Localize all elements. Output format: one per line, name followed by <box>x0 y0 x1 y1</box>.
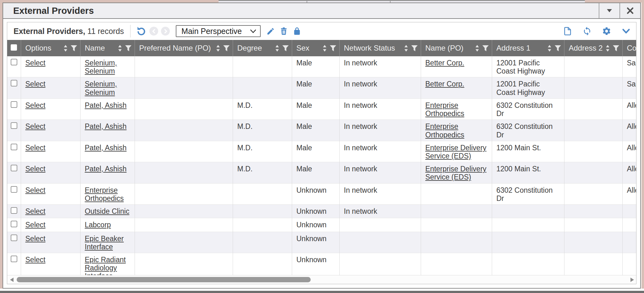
name-link[interactable]: Patel, Ashish <box>85 122 127 130</box>
select-all-checkbox[interactable] <box>11 44 17 51</box>
filter-funnel-icon[interactable] <box>282 45 289 51</box>
sort-icon[interactable] <box>404 45 408 52</box>
row-checkbox[interactable] <box>11 165 17 171</box>
filter-funnel-icon[interactable] <box>71 45 77 51</box>
filter-funnel-icon[interactable] <box>223 45 230 51</box>
column-header-options[interactable]: Options <box>21 40 80 56</box>
name-link[interactable]: Patel, Ashish <box>85 165 127 173</box>
options-link[interactable]: Select <box>25 207 46 215</box>
scroll-right-icon[interactable] <box>630 278 634 282</box>
degree-cell: M.D. <box>233 120 292 141</box>
row-checkbox[interactable] <box>11 256 17 262</box>
scroll-left-icon[interactable] <box>10 278 14 282</box>
sex-cell: Male <box>292 162 339 183</box>
column-header-preferred_name[interactable]: Preferred Name (PO) <box>135 40 233 56</box>
column-header-name_po[interactable]: Name (PO) <box>421 40 492 56</box>
name-link[interactable]: Selenium, Selenium <box>85 80 117 96</box>
options-link[interactable]: Select <box>25 221 46 229</box>
name_po-link[interactable]: Enterprise Orthopedics <box>425 101 464 118</box>
row-checkbox[interactable] <box>11 207 17 214</box>
perspective-select[interactable]: Main Perspective <box>176 25 261 37</box>
options-link[interactable]: Select <box>25 59 46 67</box>
delete-perspective-button[interactable] <box>279 26 289 36</box>
sort-icon[interactable] <box>63 45 68 52</box>
column-header-sex[interactable]: Sex <box>292 40 339 56</box>
options-link[interactable]: Select <box>25 144 46 152</box>
name-link[interactable]: Epic Beaker Interface <box>85 235 124 251</box>
name-link[interactable]: Selenium, Selenium <box>85 59 117 75</box>
records-count-label: External Providers, 11 records <box>14 27 124 36</box>
edit-perspective-button[interactable] <box>266 26 276 36</box>
options-link[interactable]: Select <box>25 80 46 88</box>
filter-funnel-icon[interactable] <box>613 45 619 51</box>
filter-funnel-icon[interactable] <box>482 45 489 51</box>
column-header-degree[interactable]: Degree <box>233 40 292 56</box>
sex-cell: Male <box>292 141 339 162</box>
collapse-toolbar-button[interactable] <box>621 26 631 36</box>
filter-funnel-icon[interactable] <box>411 45 418 51</box>
row-checkbox[interactable] <box>11 59 17 65</box>
table-row: SelectPatel, AshishM.D.MaleIn networkEnt… <box>7 162 636 183</box>
name-link[interactable]: Patel, Ashish <box>85 144 127 152</box>
row-checkbox[interactable] <box>11 122 17 129</box>
name-link[interactable]: Outside Clinic <box>85 207 130 215</box>
row-checkbox[interactable] <box>11 80 17 86</box>
name-link[interactable]: Enterprise Orthopedics <box>85 186 124 202</box>
filter-funnel-icon[interactable] <box>555 45 561 51</box>
window-close-button[interactable] <box>619 3 640 18</box>
sort-icon[interactable] <box>605 45 610 52</box>
column-header-address2[interactable]: Address 2 <box>564 40 622 56</box>
undo-button[interactable] <box>136 26 146 36</box>
horizontal-scrollbar[interactable] <box>7 275 636 284</box>
row-checkbox[interactable] <box>11 186 17 193</box>
name_po-link[interactable]: Better Corp. <box>425 59 464 67</box>
table-row: SelectPatel, AshishM.D.MaleIn networkEnt… <box>7 98 636 119</box>
sort-icon[interactable] <box>275 45 280 52</box>
address2-cell <box>564 98 622 119</box>
options-link[interactable]: Select <box>25 101 46 109</box>
column-header-county[interactable]: County <box>622 40 636 56</box>
row-checkbox[interactable] <box>11 144 17 150</box>
table-viewport: OptionsNamePreferred Name (PO)DegreeSexN… <box>7 40 636 275</box>
name-link[interactable]: Labcorp <box>85 221 111 229</box>
backdrop-top-middle <box>219 0 585 3</box>
row-checkbox[interactable] <box>11 235 17 241</box>
options-link[interactable]: Select <box>25 256 46 264</box>
options-link[interactable]: Select <box>25 186 46 194</box>
perspective-value: Main Perspective <box>181 27 242 36</box>
filter-funnel-icon[interactable] <box>330 45 336 51</box>
refresh-icon <box>582 26 592 36</box>
sort-icon[interactable] <box>547 45 552 52</box>
options-link[interactable]: Select <box>25 122 46 130</box>
name_po-link[interactable]: Enterprise Delivery Service (EDS) <box>425 144 486 160</box>
degree-cell <box>233 218 292 232</box>
name-link[interactable]: Epic Radiant Radiology Interface <box>85 256 126 275</box>
column-header-address1[interactable]: Address 1 <box>492 40 564 56</box>
new-record-button[interactable] <box>563 26 573 36</box>
previous-page-button[interactable] <box>149 27 158 36</box>
window-menu-button[interactable] <box>599 3 619 18</box>
filter-funnel-icon[interactable] <box>125 45 131 51</box>
sort-icon[interactable] <box>216 45 220 52</box>
next-page-button[interactable] <box>161 27 170 36</box>
name_po-link[interactable]: Enterprise Orthopedics <box>425 122 464 139</box>
network_status-cell: In network <box>339 141 421 162</box>
name-link[interactable]: Patel, Ashish <box>85 101 127 109</box>
options-link[interactable]: Select <box>25 235 46 243</box>
row-checkbox[interactable] <box>11 101 17 108</box>
name_po-link[interactable]: Better Corp. <box>425 80 464 88</box>
lock-perspective-button[interactable] <box>292 26 302 36</box>
scrollbar-thumb[interactable] <box>17 277 311 282</box>
options-link[interactable]: Select <box>25 165 46 173</box>
settings-button[interactable] <box>602 26 612 36</box>
sort-icon[interactable] <box>475 45 480 52</box>
column-header-name[interactable]: Name <box>80 40 135 56</box>
refresh-button[interactable] <box>582 26 592 36</box>
name_po-link[interactable]: Enterprise Delivery Service (EDS) <box>425 165 486 181</box>
row-checkbox[interactable] <box>11 221 17 227</box>
sort-icon[interactable] <box>118 45 122 52</box>
county-cell <box>622 253 636 275</box>
column-header-network_status[interactable]: Network Status <box>339 40 421 56</box>
sex-cell: Male <box>292 98 339 119</box>
sort-icon[interactable] <box>322 45 327 52</box>
